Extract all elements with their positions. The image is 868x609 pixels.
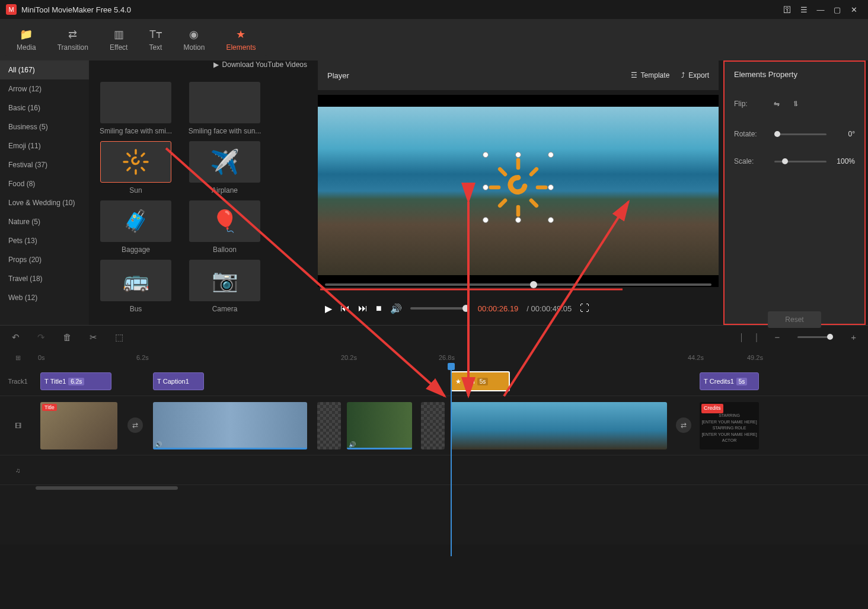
timeline-scrollbar[interactable] xyxy=(0,485,868,491)
sun-element-overlay[interactable] xyxy=(486,155,551,220)
minimize-button[interactable]: — xyxy=(812,1,829,18)
element-label: Smiling face with sun... xyxy=(186,127,263,135)
video-track-icon: 🎞 xyxy=(0,422,36,429)
volume-icon[interactable]: 🔊 xyxy=(390,303,402,314)
video-clip-credits[interactable]: Credits STARRING [ENTER YOUR NAME HERE] … xyxy=(700,402,759,449)
video-clip-beach[interactable] xyxy=(451,402,667,449)
track-video[interactable]: 🎞 Title ⇄ 🔊 🔊 ⇄ Credits STARRING [ENTER … xyxy=(0,396,868,455)
prev-frame-button[interactable]: ⏮ xyxy=(340,303,350,314)
tab-strip: 📁Media ⇄Transition ▥Effect TᴛText ◉Motio… xyxy=(5,24,267,56)
element-label: Airplane xyxy=(186,186,263,195)
progress-slider[interactable] xyxy=(325,283,711,286)
track-titles[interactable]: Track1 T Title16.2s T Caption1 ★ Sun5s T… xyxy=(0,366,868,396)
download-youtube-link[interactable]: ▶ Download YouTube Videos xyxy=(213,60,307,69)
video-clip-title[interactable]: Title xyxy=(40,402,117,449)
rotate-slider[interactable] xyxy=(774,133,826,135)
properties-title: Elements Property xyxy=(725,62,864,87)
element-thumb[interactable]: ✈️ xyxy=(189,141,260,183)
zoom-in-button[interactable]: + xyxy=(851,332,856,342)
zoom-slider[interactable] xyxy=(797,336,833,338)
tab-elements[interactable]: ★Elements xyxy=(222,24,259,56)
category-item[interactable]: Food (8) xyxy=(0,174,89,193)
crop-button[interactable]: ⬚ xyxy=(115,332,123,343)
tab-transition[interactable]: ⇄Transition xyxy=(54,24,92,56)
menu-icon[interactable]: ☰ xyxy=(796,1,812,18)
split-button[interactable]: ✂ xyxy=(90,332,97,343)
audio-icon: 🔊 xyxy=(349,441,356,448)
clip-caption1[interactable]: T Caption1 xyxy=(153,372,204,390)
gap-clip[interactable] xyxy=(317,402,341,449)
element-thumb[interactable] xyxy=(100,141,171,183)
svg-line-14 xyxy=(531,169,537,174)
tab-motion[interactable]: ◉Motion xyxy=(180,24,208,56)
timeline-ruler[interactable]: ⊞ 0s 6.2s 20.2s 26.8s 44.2s 49.2s xyxy=(0,349,868,366)
tab-effect[interactable]: ▥Effect xyxy=(106,24,131,56)
export-icon: ⤴ xyxy=(681,71,685,79)
app-logo: M xyxy=(6,4,17,15)
category-item[interactable]: Pets (13) xyxy=(0,231,89,250)
maximize-button[interactable]: ▢ xyxy=(829,1,845,18)
category-item[interactable]: Props (20) xyxy=(0,250,89,269)
folder-icon: 📁 xyxy=(20,28,33,41)
fit-button[interactable]: ⊞ xyxy=(15,354,21,362)
scale-slider[interactable] xyxy=(774,161,826,162)
scale-value: 100% xyxy=(831,157,855,165)
preview-area[interactable] xyxy=(318,95,719,287)
element-thumb[interactable]: 📷 xyxy=(189,260,260,301)
key-icon[interactable]: ⚿ xyxy=(779,1,796,18)
zoom-out-button[interactable]: − xyxy=(774,332,780,342)
redo-button[interactable]: ↷ xyxy=(37,332,45,343)
rotate-value: 0° xyxy=(831,130,855,138)
clip-title1[interactable]: T Title16.2s xyxy=(40,372,111,390)
properties-panel: Elements Property Flip: ⇋ ⥮ Rotate: 0° S… xyxy=(723,60,866,325)
element-thumb[interactable] xyxy=(100,82,171,123)
category-item[interactable]: Festival (37) xyxy=(0,155,89,174)
snap-icon[interactable]: ⎸⎹ xyxy=(741,332,757,343)
svg-line-12 xyxy=(500,169,505,174)
flip-label: Flip: xyxy=(734,100,770,108)
category-item[interactable]: Nature (5) xyxy=(0,212,89,231)
element-thumb[interactable] xyxy=(189,82,260,123)
undo-button[interactable]: ↶ xyxy=(12,332,20,343)
video-clip-forest[interactable]: 🔊 xyxy=(347,402,412,449)
current-time: 00:00:26.19 xyxy=(478,304,519,313)
flip-horizontal-button[interactable]: ⇋ xyxy=(770,97,784,111)
category-item[interactable]: Travel (18) xyxy=(0,269,89,288)
category-item[interactable]: Basic (16) xyxy=(0,98,89,117)
video-clip-balloons[interactable]: 🔊 xyxy=(153,402,307,449)
next-frame-button[interactable]: ⏭ xyxy=(358,303,368,314)
stop-button[interactable]: ■ xyxy=(376,303,382,314)
clip-sun[interactable]: ★ Sun5s xyxy=(451,371,510,391)
playhead[interactable] xyxy=(451,366,452,556)
category-item[interactable]: Web (12) xyxy=(0,288,89,307)
export-button[interactable]: ⤴Export xyxy=(681,71,709,79)
template-button[interactable]: ☲Template xyxy=(631,71,670,79)
play-button[interactable]: ▶ xyxy=(325,303,332,314)
transition-icon[interactable]: ⇄ xyxy=(127,417,143,433)
delete-button[interactable]: 🗑 xyxy=(63,332,72,342)
gap-clip[interactable] xyxy=(421,402,445,449)
fullscreen-button[interactable]: ⛶ xyxy=(580,303,589,314)
volume-slider[interactable] xyxy=(410,307,470,310)
reset-button[interactable]: Reset xyxy=(768,311,821,328)
element-thumb[interactable]: 🚌 xyxy=(100,260,171,301)
star-icon: ★ xyxy=(455,378,461,385)
svg-line-4 xyxy=(127,154,130,156)
element-thumb[interactable]: 🧳 xyxy=(100,200,171,242)
category-item[interactable]: Arrow (12) xyxy=(0,79,89,98)
timeline-toolbar: ↶ ↷ 🗑 ✂ ⬚ ⎸⎹ − + xyxy=(0,325,868,349)
tab-text[interactable]: TᴛText xyxy=(145,24,165,56)
category-item[interactable]: Love & Wedding (10) xyxy=(0,193,89,212)
element-thumb[interactable]: 🎈 xyxy=(189,200,260,242)
scale-label: Scale: xyxy=(734,157,770,165)
category-item[interactable]: All (167) xyxy=(0,60,89,79)
close-button[interactable]: ✕ xyxy=(845,1,862,18)
text-icon: Tᴛ xyxy=(149,28,162,41)
transition-icon[interactable]: ⇄ xyxy=(676,417,691,433)
tab-media[interactable]: 📁Media xyxy=(13,24,40,56)
track-audio[interactable]: ♫ xyxy=(0,455,868,485)
category-item[interactable]: Emoji (11) xyxy=(0,136,89,155)
category-item[interactable]: Business (5) xyxy=(0,117,89,136)
clip-credits1[interactable]: T Credits15s xyxy=(700,372,759,390)
flip-vertical-button[interactable]: ⥮ xyxy=(789,97,803,111)
